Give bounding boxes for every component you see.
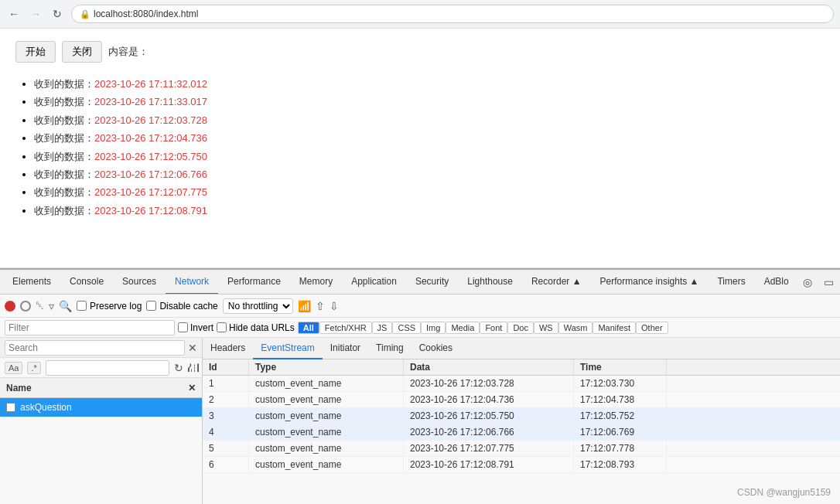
detail-tab-headers[interactable]: Headers	[203, 338, 253, 359]
devtools-tab-console[interactable]: Console	[60, 270, 113, 295]
detail-tab-timing[interactable]: Timing	[368, 338, 411, 359]
aa-refresh-icon[interactable]: ↻	[174, 362, 183, 374]
aa-button[interactable]: Aa	[5, 362, 22, 374]
url-text: localhost:8080/index.html	[94, 9, 198, 19]
export-icon[interactable]: ⇩	[330, 300, 339, 312]
content-label: 内容是：	[108, 45, 149, 59]
filter-btn-wasm[interactable]: Wasm	[558, 322, 593, 334]
start-button[interactable]: 开始	[15, 41, 56, 63]
network-toolbar: ␡ ▿ 🔍 Preserve log Disable cache No thro…	[0, 295, 840, 318]
event-cell-data: 2023-10-26 17:12:05.750	[404, 408, 574, 424]
data-timestamp: 2023-10-26 17:12:07.775	[94, 186, 207, 198]
event-cell-type: custom_event_name	[249, 457, 404, 472]
event-row[interactable]: 1custom_event_name2023-10-26 17:12:03.72…	[203, 376, 840, 392]
filter-input[interactable]	[5, 320, 175, 335]
aa-search-input[interactable]	[46, 360, 169, 376]
devtools-tab-performance[interactable]: Performance	[218, 270, 290, 295]
filter-btn-fetch/xhr[interactable]: Fetch/XHR	[319, 322, 372, 334]
filter-btn-media[interactable]: Media	[446, 322, 480, 334]
list-item: 收到的数据：2023-10-26 17:11:32.012	[34, 75, 825, 93]
event-row[interactable]: 6custom_event_name2023-10-26 17:12:08.79…	[203, 457, 840, 473]
devtools-tab-network[interactable]: Network	[166, 270, 218, 295]
invert-check[interactable]: Invert	[178, 322, 213, 333]
throttle-select[interactable]: No throttling	[223, 298, 293, 314]
filter-btn-other[interactable]: Other	[636, 322, 668, 334]
filter-btn-img[interactable]: Img	[421, 322, 446, 334]
devtools-panel: ElementsConsoleSourcesNetworkPerformance…	[0, 268, 840, 504]
devtools-tab-elements[interactable]: Elements	[3, 270, 60, 295]
event-cell-id: 3	[203, 408, 249, 424]
event-col-type: Type	[249, 359, 404, 375]
disable-cache-checkbox[interactable]	[146, 301, 156, 311]
filter-btn-js[interactable]: JS	[372, 322, 393, 334]
search-icon[interactable]: 🔍	[59, 300, 72, 312]
regex-button[interactable]: .*	[27, 362, 40, 374]
filter-btn-doc[interactable]: Doc	[507, 322, 534, 334]
filter-btn-manifest[interactable]: Manifest	[592, 322, 636, 334]
event-cell-data: 2023-10-26 17:12:03.728	[404, 376, 574, 391]
detail-tab-initiator[interactable]: Initiator	[323, 338, 368, 359]
event-cell-id: 1	[203, 376, 249, 391]
filter-icon[interactable]: ▿	[49, 300, 54, 312]
event-row[interactable]: 5custom_event_name2023-10-26 17:12:07.77…	[203, 441, 840, 457]
close-detail-icon[interactable]: ✕	[188, 383, 196, 393]
forward-button[interactable]: →	[28, 6, 43, 22]
filter-btn-all[interactable]: All	[298, 322, 319, 334]
devtools-tab-performanceinsights[interactable]: Performance insights ▲	[591, 270, 709, 295]
record-button[interactable]	[5, 301, 15, 312]
preserve-log-checkbox[interactable]	[77, 301, 87, 311]
clear-button[interactable]: ␡	[36, 299, 44, 312]
button-row: 开始 关闭 内容是：	[15, 41, 825, 63]
event-cell-time: 17:12:06.769	[574, 424, 667, 440]
filter-btn-css[interactable]: CSS	[392, 322, 421, 334]
devtools-tab-timers[interactable]: Timers	[708, 270, 754, 295]
detail-tab-eventstream[interactable]: EventStream	[253, 338, 322, 359]
import-icon[interactable]: ⇧	[316, 300, 325, 312]
stop-record-button[interactable]	[20, 301, 31, 312]
event-row[interactable]: 3custom_event_name2023-10-26 17:12:05.75…	[203, 408, 840, 424]
event-row[interactable]: 4custom_event_name2023-10-26 17:12:06.76…	[203, 424, 840, 441]
stop-button[interactable]: 关闭	[62, 41, 102, 63]
disable-cache-check[interactable]: Disable cache	[146, 301, 217, 312]
wifi-icon[interactable]: 📶	[298, 300, 311, 312]
back-button[interactable]: ←	[6, 6, 22, 22]
event-cell-type: custom_event_name	[249, 408, 404, 424]
event-cell-data: 2023-10-26 17:12:06.766	[404, 424, 574, 440]
lock-icon: 🔒	[80, 9, 90, 19]
event-table-body: 1custom_event_name2023-10-26 17:12:03.72…	[203, 376, 840, 473]
aa-clear-icon[interactable]: ⛜	[188, 362, 199, 374]
invert-checkbox[interactable]	[178, 322, 188, 332]
inspect-icon[interactable]: ◎	[798, 273, 817, 291]
hide-data-urls-check[interactable]: Hide data URLs	[217, 322, 295, 333]
search-close-icon[interactable]: ✕	[188, 342, 197, 354]
preserve-log-check[interactable]: Preserve log	[77, 301, 142, 312]
search-input[interactable]	[5, 340, 185, 356]
devtools-tab-adblo[interactable]: AdBlo	[755, 270, 798, 295]
devtools-tab-memory[interactable]: Memory	[290, 270, 342, 295]
devtools-tab-application[interactable]: Application	[342, 270, 406, 295]
address-bar[interactable]: 🔒 localhost:8080/index.html	[71, 5, 834, 23]
devtools-tab-bar: ElementsConsoleSourcesNetworkPerformance…	[0, 270, 840, 295]
filter-btn-font[interactable]: Font	[480, 322, 507, 334]
name-header-text: Name	[6, 383, 32, 393]
filter-btn-ws[interactable]: WS	[534, 322, 558, 334]
hide-data-urls-checkbox[interactable]	[217, 322, 227, 332]
devtools-tab-recorder[interactable]: Recorder ▲	[522, 270, 591, 295]
device-icon[interactable]: ▭	[820, 273, 838, 291]
reload-button[interactable]: ↻	[50, 6, 65, 22]
data-timestamp: 2023-10-26 17:12:03.728	[94, 114, 207, 126]
data-timestamp: 2023-10-26 17:12:06.766	[94, 169, 207, 180]
hide-data-urls-label: Hide data URLs	[229, 322, 295, 333]
event-cell-type: custom_event_name	[249, 392, 404, 407]
disable-cache-label: Disable cache	[159, 301, 217, 312]
devtools-tab-lighthouse[interactable]: Lighthouse	[458, 270, 522, 295]
detail-tab-cookies[interactable]: Cookies	[411, 338, 460, 359]
event-col-id: Id	[203, 359, 249, 375]
event-cell-time: 17:12:05.752	[574, 408, 667, 424]
data-prefix: 收到的数据：	[34, 78, 94, 90]
browser-chrome: ← → ↻ 🔒 localhost:8080/index.html	[0, 0, 840, 29]
devtools-tab-sources[interactable]: Sources	[113, 270, 166, 295]
devtools-tab-security[interactable]: Security	[406, 270, 458, 295]
event-row[interactable]: 2custom_event_name2023-10-26 17:12:04.73…	[203, 392, 840, 408]
request-row[interactable]: askQuestion	[0, 398, 202, 417]
